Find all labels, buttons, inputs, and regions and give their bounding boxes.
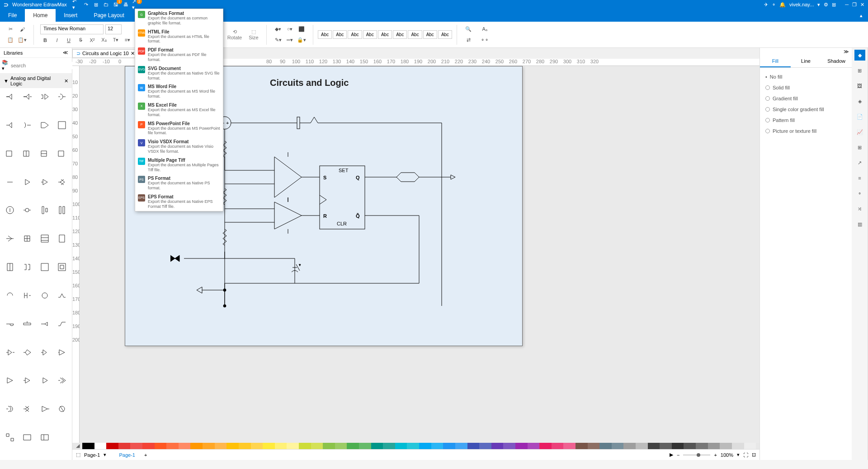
page-tab[interactable]: Page-1 — [84, 452, 100, 458]
line-color-button[interactable]: ○▾ — [285, 24, 295, 34]
color-swatch[interactable] — [479, 443, 491, 449]
shape-item[interactable] — [37, 346, 53, 359]
present-panel-icon[interactable]: ▥ — [854, 219, 865, 230]
shape-item[interactable] — [2, 431, 18, 444]
color-swatch[interactable] — [311, 443, 323, 449]
strike-button[interactable]: S̶ — [75, 35, 85, 45]
undo-icon[interactable]: ↶ ▾ — [72, 0, 80, 9]
shape-item[interactable] — [37, 232, 53, 245]
shape-item[interactable] — [19, 147, 35, 160]
color-swatch[interactable] — [275, 443, 287, 449]
color-swatch[interactable] — [528, 443, 540, 449]
color-swatch[interactable] — [672, 443, 684, 449]
color-swatch[interactable] — [467, 443, 480, 449]
shape-item[interactable] — [37, 289, 53, 302]
shape-item[interactable] — [19, 232, 35, 245]
color-swatch[interactable] — [323, 443, 335, 449]
shape-item[interactable] — [19, 346, 35, 359]
shape-item[interactable] — [37, 90, 53, 103]
fill-option[interactable]: •No fill — [764, 71, 848, 82]
color-swatch[interactable] — [720, 443, 732, 449]
library-icon[interactable]: 📚▾ — [2, 60, 8, 71]
shape-item[interactable] — [19, 289, 35, 302]
export-item[interactable]: XMS Excel FileExport the document as MS … — [135, 101, 223, 119]
color-swatch[interactable] — [383, 443, 395, 449]
symbols-button[interactable]: ⚬⚬ — [480, 35, 490, 45]
color-swatch[interactable] — [636, 443, 648, 449]
shape-item[interactable] — [19, 118, 35, 132]
color-swatch[interactable] — [395, 443, 407, 449]
color-swatch[interactable] — [118, 443, 131, 449]
color-swatch[interactable] — [94, 443, 107, 449]
export-item[interactable]: PSPS FormatExport the document as Native… — [135, 174, 223, 192]
color-swatch[interactable] — [623, 443, 636, 449]
color-swatch[interactable] — [684, 443, 696, 449]
shape-item[interactable] — [19, 203, 35, 217]
color-swatch[interactable] — [106, 443, 118, 449]
color-swatch[interactable] — [660, 443, 672, 449]
color-swatch[interactable] — [539, 443, 552, 449]
image-panel-icon[interactable]: 🖼 — [854, 80, 865, 91]
maximize-icon[interactable]: ❐ — [852, 2, 857, 8]
shape-item[interactable] — [2, 402, 18, 416]
zoom-out-button[interactable]: − — [677, 452, 679, 458]
color-swatch[interactable] — [359, 443, 371, 449]
line-style-button[interactable]: ═▾ — [285, 35, 295, 45]
italic-button[interactable]: I — [52, 35, 62, 45]
shape-item[interactable] — [37, 260, 53, 274]
color-swatch[interactable] — [576, 443, 588, 449]
shape-item[interactable] — [54, 260, 70, 274]
shape-item[interactable] — [19, 175, 35, 189]
shape-item[interactable] — [54, 346, 70, 359]
fill-color-button[interactable]: ◆▾ — [273, 24, 283, 34]
color-swatch[interactable] — [491, 443, 504, 449]
color-swatch[interactable] — [130, 443, 142, 449]
lock-button[interactable]: 🔒▾ — [297, 35, 307, 45]
underline-button[interactable]: U — [64, 35, 74, 45]
export-panel-icon[interactable]: ↗ — [854, 157, 865, 168]
shape-item[interactable] — [2, 175, 18, 189]
shape-item[interactable] — [37, 203, 53, 217]
shape-item[interactable] — [37, 118, 53, 132]
color-strip[interactable]: ◢ — [72, 443, 760, 449]
shape-item[interactable] — [2, 317, 18, 331]
chart-panel-icon[interactable]: 📈 — [854, 127, 865, 137]
shadow-tab[interactable]: Shadow — [821, 56, 852, 67]
line-tab[interactable]: Line — [791, 56, 821, 67]
shape-item[interactable] — [54, 374, 70, 387]
shape-item[interactable] — [2, 346, 18, 359]
fill-option[interactable]: Gradient fill — [764, 93, 848, 104]
search-input[interactable] — [10, 62, 74, 69]
page-tab-active[interactable]: Page-1 — [119, 452, 135, 458]
cut-icon[interactable]: ✂ — [5, 24, 15, 34]
color-swatch[interactable] — [599, 443, 612, 449]
redo-icon[interactable]: ↷ — [82, 0, 90, 9]
copy-icon[interactable]: 📋 — [5, 35, 15, 45]
color-swatch[interactable] — [215, 443, 227, 449]
shape-item[interactable] — [54, 147, 70, 160]
bell-icon[interactable]: 🔔 — [779, 2, 786, 8]
subscript-button[interactable]: X₂ — [99, 35, 109, 45]
color-swatch[interactable] — [239, 443, 251, 449]
random-panel-icon[interactable]: ⤮ — [854, 203, 865, 214]
shape-item[interactable] — [2, 203, 18, 217]
color-swatch[interactable] — [226, 443, 239, 449]
style-panel-icon[interactable]: ◆ — [854, 50, 865, 61]
new-icon[interactable]: ⊞ — [92, 0, 100, 9]
shape-item[interactable] — [2, 147, 18, 160]
export-item[interactable]: EPSEPS FormatExport the document as Nati… — [135, 192, 223, 211]
save-icon[interactable]: 🖫1 — [112, 0, 120, 9]
zoom-in-button[interactable]: + — [714, 452, 717, 458]
rotate-tool[interactable]: ⟲Rotate — [226, 26, 243, 44]
export-item[interactable]: SVGSVG DocumentExport the document as Na… — [135, 64, 223, 83]
table-panel-icon[interactable]: ⊞ — [854, 142, 865, 153]
color-swatch[interactable] — [335, 443, 347, 449]
text-color-button[interactable]: T▾ — [111, 35, 121, 45]
page-tab-icon[interactable]: ⬚ — [76, 452, 80, 458]
color-swatch[interactable] — [166, 443, 179, 449]
stack-panel-icon[interactable]: ◈ — [854, 96, 865, 107]
export-item[interactable]: VVisio VSDX FormatExport the document as… — [135, 137, 223, 156]
color-swatch[interactable] — [696, 443, 708, 449]
color-swatch[interactable] — [503, 443, 515, 449]
color-swatch[interactable] — [287, 443, 299, 449]
